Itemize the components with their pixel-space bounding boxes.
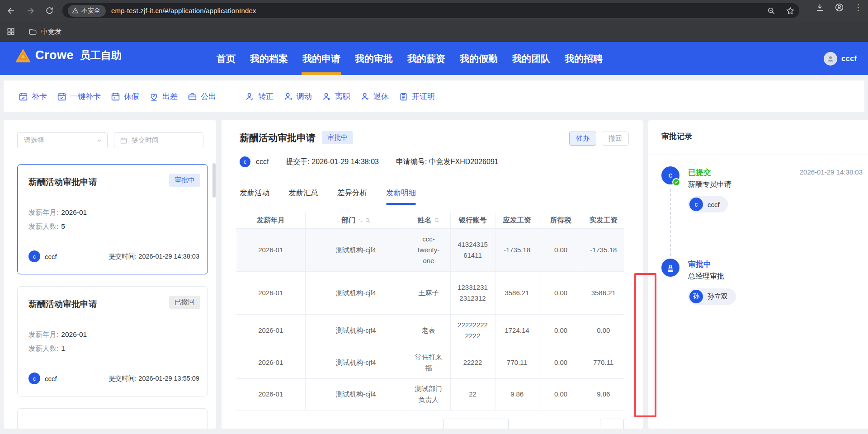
approver-pill[interactable]: c cccf (688, 196, 728, 212)
quick-action-leave[interactable]: 休假 (111, 91, 139, 102)
step-timestamp: 2026-01-29 14:38:03 (800, 168, 863, 176)
sort-icon[interactable] (358, 218, 363, 223)
certificate-icon (399, 92, 408, 101)
nav-item-home[interactable]: 首页 (217, 42, 236, 75)
nav-item-my-attendance[interactable]: 我的假勤 (460, 42, 498, 75)
page-jump-input[interactable] (600, 419, 624, 429)
zoom-out-icon[interactable] (767, 6, 776, 15)
quick-action-regularization[interactable]: 转正 (245, 91, 274, 102)
header-username: cccf (841, 54, 857, 63)
step-description: 薪酬专员申请 (688, 180, 731, 189)
download-icon[interactable] (815, 3, 825, 12)
table-row[interactable]: 2026-01测试机构-cjf4常伟打来福22222770.110.00770.… (236, 347, 624, 378)
status-filter-select[interactable]: 请选择 (17, 132, 108, 148)
quick-action-one-key-bvka[interactable]: 一键补卡 (57, 91, 101, 102)
application-meta: c cccf 提交于: 2026-01-29 14:38:03 申请编号: 中竞… (240, 156, 499, 167)
brand[interactable]: Crowe 员工自助 (15, 48, 122, 62)
nav-item-my-salary[interactable]: 我的薪资 (407, 42, 445, 75)
page-size-select[interactable] (443, 419, 509, 429)
app-name: 员工自助 (80, 48, 122, 62)
calendar-icon (111, 92, 120, 101)
back-button[interactable] (4, 3, 19, 19)
quick-action-resign[interactable]: 离职 (322, 91, 350, 102)
person-retire-icon (360, 92, 370, 101)
withdraw-button[interactable]: 撤回 (602, 132, 629, 146)
avatar: c (689, 198, 703, 211)
person-leave-icon (322, 92, 331, 101)
browser-menu-icon[interactable]: ⋮ (854, 3, 863, 12)
submit-time-placeholder: 提交时间 (132, 136, 159, 145)
sidebar-scrollbar[interactable] (212, 163, 216, 198)
profile-icon[interactable] (835, 3, 844, 12)
status-badge: 审批中 (169, 174, 200, 187)
nav-item-my-applications[interactable]: 我的申请 (302, 42, 340, 75)
chevron-down-icon (96, 137, 103, 144)
security-chip[interactable]: 不安全 (68, 5, 106, 17)
bookmark-folder[interactable]: 中竞发 (28, 28, 61, 36)
tab-diff-analysis[interactable]: 差异分析 (337, 188, 367, 205)
status-badge: 已撤回 (169, 296, 200, 309)
search-icon[interactable] (434, 217, 440, 223)
tab-payroll-summary[interactable]: 发薪汇总 (288, 188, 318, 205)
table-row[interactable]: 2026-01测试机构-cjf4ccc-twenty-one4132431561… (236, 228, 624, 271)
card-fields: 发薪年月:2026-01 发薪人数:1 (28, 327, 197, 355)
quick-action-retire[interactable]: 退休 (360, 91, 389, 102)
apps-grid-icon[interactable] (6, 27, 15, 36)
quick-action-bvka[interactable]: 补卡 (19, 91, 47, 102)
calendar-check-icon (57, 92, 66, 101)
back-arrow-icon (7, 6, 16, 15)
reload-button[interactable] (42, 3, 57, 19)
table-row[interactable]: 2026-01测试机构-cjf4王麻子1233123123123123586.2… (236, 271, 624, 314)
user-menu[interactable]: cccf (824, 42, 857, 75)
tab-payroll-detail[interactable]: 发薪明细 (386, 188, 416, 205)
main-nav: 首页 我的档案 我的申请 我的审批 我的薪资 我的假勤 我的团队 我的招聘 (217, 42, 603, 75)
submitted-at: 提交于: 2026-01-29 14:38:03 (286, 157, 378, 167)
check-badge-icon (672, 178, 680, 186)
person-check-icon (245, 92, 255, 101)
status-filter-placeholder: 请选择 (24, 136, 44, 145)
calendar-icon (120, 137, 127, 144)
search-icon[interactable] (365, 217, 371, 223)
user-avatar-icon (824, 52, 837, 66)
table-row[interactable]: 2026-01测试机构-cjf4测试部门负责人229.860.009.86 (236, 378, 624, 410)
url-text: emp-test.zjf-it.cn/#/application/applica… (111, 7, 256, 14)
application-card[interactable]: 薪酬活动审批申请 已撤回 发薪年月:2026-01 发薪人数:1 c cccf … (17, 286, 208, 396)
step-avatar-stamp (661, 259, 679, 277)
nav-item-my-team[interactable]: 我的团队 (512, 42, 550, 75)
quick-action-business-trip[interactable]: 出差 (149, 91, 178, 102)
card-user: cccf (45, 253, 57, 260)
stamp-icon (665, 263, 675, 273)
nav-item-my-profile[interactable]: 我的档案 (250, 42, 288, 75)
quick-action-certificate[interactable]: 开证明 (399, 91, 435, 102)
avatar: 孙 (689, 290, 703, 303)
travel-heart-icon (149, 92, 159, 101)
application-card[interactable]: 薪酬活动审批申请 审批中 发薪年月:2026-01 发薪人数:5 c cccf … (17, 164, 208, 274)
status-badge: 审批中 (322, 131, 353, 144)
quick-action-transfer[interactable]: 调动 (283, 91, 312, 102)
nav-item-my-recruiting[interactable]: 我的招聘 (565, 42, 603, 75)
briefcase-icon (188, 92, 197, 101)
bookmark-star-icon[interactable] (786, 6, 795, 15)
annotation-red-rectangle (634, 273, 656, 417)
approver-name: 孙立双 (708, 292, 728, 301)
quick-action-official-out[interactable]: 公出 (188, 91, 216, 102)
step-status: 审批中 (688, 259, 711, 269)
forward-button[interactable] (23, 3, 38, 19)
urge-button[interactable]: 催办 (569, 132, 596, 146)
tab-payroll-activity[interactable]: 发薪活动 (240, 188, 269, 205)
card-user: cccf (45, 375, 57, 382)
submit-time-filter[interactable]: 提交时间 (114, 132, 203, 148)
nav-item-my-approvals[interactable]: 我的审批 (355, 42, 393, 75)
bookmark-bar: 中竞发 (0, 21, 868, 42)
security-label: 不安全 (81, 7, 100, 15)
table-row[interactable]: 2026-01测试机构-cjf4老表2222222222221724.140.0… (236, 314, 624, 347)
address-bar[interactable]: 不安全 emp-test.zjf-it.cn/#/application/app… (62, 3, 799, 18)
table-header-row: 发薪年月 部门 姓名 银行账号 应发工资 所得税 实发工资 (236, 212, 624, 228)
timeline-connector (670, 189, 671, 256)
col-net-pay: 实发工资 (583, 212, 624, 228)
application-card-partial[interactable] (17, 408, 208, 429)
bookmark-folder-label: 中竞发 (41, 28, 61, 36)
bookmark-separator (22, 26, 22, 37)
brand-name: Crowe (35, 48, 74, 62)
approver-pill[interactable]: 孙 孙立双 (688, 288, 736, 305)
